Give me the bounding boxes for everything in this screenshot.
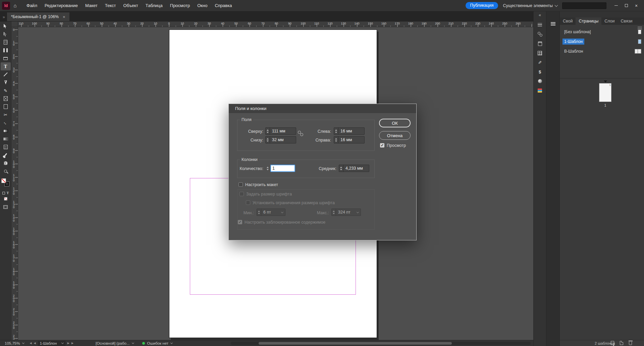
cancel-button[interactable]: Отмена <box>379 131 411 140</box>
columns-count-input[interactable] <box>270 165 295 172</box>
delete-page-icon[interactable] <box>629 342 632 345</box>
gradient-feather-tool[interactable] <box>1 135 11 143</box>
master-row[interactable]: 1-Шаблон <box>560 37 644 46</box>
margin-bottom-field[interactable]: 32 мм <box>265 136 296 143</box>
gradient-swatch-tool[interactable] <box>1 127 11 135</box>
panel-tab[interactable]: Страницы <box>576 17 601 25</box>
horizontal-scrollbar[interactable] <box>231 342 531 345</box>
step-down-icon[interactable] <box>340 169 342 170</box>
zoom-tool[interactable] <box>1 167 11 175</box>
stroke-panel-icon[interactable] <box>535 58 545 67</box>
maximize-button[interactable] <box>621 0 631 11</box>
step-up-icon[interactable] <box>267 138 269 139</box>
note-tool[interactable] <box>1 143 11 151</box>
ruler-origin-corner[interactable] <box>11 21 18 27</box>
fill-swatch[interactable] <box>1 178 6 183</box>
minimize-button[interactable] <box>611 0 621 11</box>
rectangle-tool[interactable] <box>1 103 11 111</box>
tab-close-icon[interactable]: × <box>63 14 65 19</box>
workspace-switcher[interactable]: Существенные элементы <box>503 3 557 8</box>
swatches-panel-icon[interactable] <box>535 86 545 95</box>
stepper-control[interactable] <box>339 165 343 172</box>
screen-mode-icon[interactable] <box>3 205 8 209</box>
panel-tab[interactable]: Связи <box>618 17 636 25</box>
step-down-icon[interactable] <box>335 140 337 142</box>
formatting-text-icon[interactable]: T <box>7 191 9 195</box>
buy-fonts-panel-icon[interactable] <box>535 67 545 76</box>
selection-tool[interactable] <box>1 22 11 30</box>
horizontal-ruler[interactable]: 1101009080706050403020100102030405060708… <box>18 21 533 27</box>
hand-tool[interactable] <box>1 159 11 167</box>
expand-panels-icon[interactable]: « <box>539 11 541 20</box>
panel-collapse-icon[interactable]: » <box>0 15 7 21</box>
step-down-icon[interactable] <box>267 169 269 170</box>
menu-item[interactable]: Файл <box>23 0 41 11</box>
menu-item[interactable]: Справка <box>211 0 235 11</box>
page-tool[interactable] <box>1 38 11 46</box>
page-navigation-field[interactable]: 1-Шаблон <box>38 341 65 346</box>
gap-tool[interactable] <box>1 46 11 54</box>
step-down-icon[interactable] <box>267 132 269 133</box>
vertical-ruler[interactable]: 0102030405060708090100110120130140150160… <box>11 27 18 340</box>
panel-tab[interactable]: Свой <box>560 17 576 25</box>
step-up-icon[interactable] <box>335 138 337 139</box>
margin-left-field[interactable]: 16 мм <box>334 127 365 135</box>
links-panel-icon[interactable] <box>535 30 545 39</box>
step-up-icon[interactable] <box>267 129 269 131</box>
next-page-button[interactable]: ▶ <box>67 342 69 345</box>
zoom-control[interactable]: 105,75% <box>0 341 28 345</box>
apply-none-icon[interactable] <box>4 197 7 200</box>
step-down-icon[interactable] <box>267 140 269 142</box>
step-down-icon[interactable] <box>335 132 337 133</box>
preflight-control[interactable]: [Основной] (рабо... Ошибок нет <box>75 341 172 345</box>
search-input[interactable] <box>562 2 606 9</box>
first-page-button[interactable]: ◀ <box>30 342 32 345</box>
menu-item[interactable]: Окно <box>194 0 211 11</box>
step-up-icon[interactable] <box>335 129 337 131</box>
direct-selection-tool[interactable] <box>1 30 11 38</box>
create-page-icon[interactable] <box>620 341 623 345</box>
adjust-layout-checkbox[interactable]: ✓ <box>238 182 243 187</box>
stepper-control[interactable] <box>266 136 270 143</box>
stepper-control[interactable] <box>265 165 270 172</box>
page-1-thumbnail[interactable]: 1 <box>599 83 611 102</box>
publish-button[interactable]: Публикация <box>466 2 498 9</box>
panel-tab[interactable]: Слои <box>601 17 618 25</box>
line-tool[interactable] <box>1 70 11 78</box>
content-collector-tool[interactable] <box>1 54 11 62</box>
properties-panel-icon[interactable] <box>535 20 545 30</box>
scissors-tool[interactable] <box>1 111 11 119</box>
stepper-control[interactable] <box>266 128 270 134</box>
menu-item[interactable]: Просмотр <box>166 0 194 11</box>
rectangle-frame-tool[interactable] <box>1 95 11 103</box>
step-up-icon[interactable] <box>340 167 342 168</box>
last-page-button[interactable]: ▶ <box>71 342 73 345</box>
margin-right-field[interactable]: 16 мм <box>334 136 365 143</box>
effects-panel-icon[interactable] <box>535 76 545 86</box>
master-row[interactable]: [Без шаблона] <box>560 27 644 37</box>
fill-stroke-widget[interactable] <box>1 178 11 189</box>
menu-item[interactable]: Редактирование <box>41 0 82 11</box>
close-button[interactable]: × <box>631 0 641 11</box>
free-transform-tool[interactable] <box>1 119 11 127</box>
menu-item[interactable]: Макет <box>82 0 101 11</box>
menu-item[interactable]: Объект <box>120 0 142 11</box>
step-up-icon[interactable] <box>267 167 269 168</box>
type-tool[interactable] <box>1 62 11 70</box>
dialog-title[interactable]: Поля и колонки <box>229 104 416 113</box>
document-tab[interactable]: *Безымянный-1 @ 106% × <box>7 12 69 21</box>
edit-page-size-icon[interactable] <box>611 341 614 345</box>
stepper-control[interactable] <box>334 136 338 143</box>
gutter-field[interactable]: 4,233 мм <box>339 165 369 172</box>
preview-checkbox[interactable]: ✓ <box>380 143 384 148</box>
hamburger-menu-icon[interactable] <box>551 22 555 25</box>
stepper-control[interactable] <box>334 128 338 134</box>
pencil-tool[interactable] <box>1 86 11 95</box>
pages-panel-icon[interactable] <box>535 39 545 48</box>
align-panel-icon[interactable] <box>535 48 545 58</box>
master-row[interactable]: B-Шаблон <box>560 46 644 56</box>
scrollbar-thumb[interactable] <box>259 342 452 345</box>
ok-button[interactable]: ОК <box>379 119 411 127</box>
margin-top-field[interactable]: 111 мм <box>265 127 296 135</box>
pen-tool[interactable] <box>1 78 11 86</box>
